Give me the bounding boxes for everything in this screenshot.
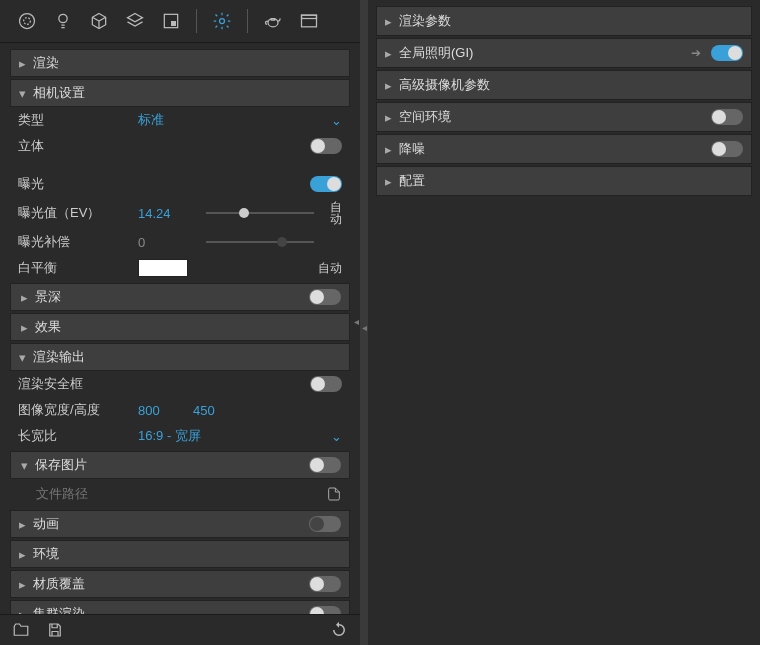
slider-exp-comp[interactable] <box>206 234 314 250</box>
section-label: 动画 <box>33 515 309 533</box>
row-aspect: 长宽比 16:9 - 宽屏 ⌄ <box>10 423 350 449</box>
label-wb-auto[interactable]: 自动 <box>318 262 342 274</box>
tab-teapot-icon[interactable] <box>256 6 290 36</box>
file-browse-icon[interactable] <box>326 486 342 502</box>
open-folder-icon[interactable] <box>12 621 30 639</box>
arrow-right-icon: ➔ <box>691 46 701 60</box>
left-panel-body: ▸渲染 ▾相机设置 类型 标准 ⌄ 立体 曝光 曝光值（EV） 14.24 自动… <box>0 43 360 614</box>
caret-right-icon: ▸ <box>385 78 395 93</box>
section-render[interactable]: ▸渲染 <box>10 49 350 77</box>
toggle-safe-frame[interactable] <box>310 376 342 392</box>
section-denoise[interactable]: ▸ 降噪 <box>376 134 752 164</box>
section-label: 高级摄像机参数 <box>399 76 743 94</box>
right-panel-body: ▸ 渲染参数 ▸ 全局照明(GI) ➔ ▸ 高级摄像机参数 ▸ 空间环境 ▸ 降… <box>368 0 760 200</box>
value-height[interactable]: 450 <box>193 403 253 418</box>
section-camera-settings[interactable]: ▾相机设置 <box>10 79 350 107</box>
toggle-gi[interactable] <box>711 45 743 61</box>
label-exposure: 曝光 <box>18 175 138 193</box>
toggle-dof[interactable] <box>309 289 341 305</box>
label-stereo: 立体 <box>18 137 138 155</box>
value-width[interactable]: 800 <box>138 403 193 418</box>
toggle-material-override[interactable] <box>309 576 341 592</box>
toggle-exposure[interactable] <box>310 176 342 192</box>
section-label: 效果 <box>35 318 61 336</box>
chevron-down-icon[interactable]: ⌄ <box>326 429 342 444</box>
tab-framebuffer-icon[interactable] <box>292 6 326 36</box>
row-dimensions: 图像宽度/高度 800 450 <box>10 397 350 423</box>
row-exposure-comp: 曝光补偿 0 <box>10 229 350 255</box>
row-stereo: 立体 <box>10 133 350 159</box>
label-ev-auto[interactable]: 自动 <box>322 201 342 225</box>
save-icon[interactable] <box>46 621 64 639</box>
section-label: 环境 <box>33 545 59 563</box>
chevron-down-icon[interactable]: ⌄ <box>326 113 342 128</box>
panel-gutter: ◂ <box>360 0 368 645</box>
file-path-input[interactable] <box>30 482 326 505</box>
svg-point-1 <box>24 18 31 25</box>
section-render-output[interactable]: ▾渲染输出 <box>10 343 350 371</box>
toggle-spatial-env[interactable] <box>711 109 743 125</box>
reset-icon[interactable] <box>330 621 348 639</box>
caret-down-icon: ▾ <box>19 350 29 365</box>
section-dof[interactable]: ▸ 景深 <box>10 283 350 311</box>
tab-vray-icon[interactable] <box>10 6 44 36</box>
collapse-left-icon[interactable]: ◂ <box>360 320 368 336</box>
label-wb: 白平衡 <box>18 259 138 277</box>
left-bottom-bar <box>0 614 360 645</box>
section-distributed-rendering[interactable]: ▸ 集群渲染 <box>10 600 350 614</box>
section-material-override[interactable]: ▸ 材质覆盖 <box>10 570 350 598</box>
label-aspect: 长宽比 <box>18 427 138 445</box>
section-animation[interactable]: ▸ 动画 <box>10 510 350 538</box>
section-effects[interactable]: ▸效果 <box>10 313 350 341</box>
section-config[interactable]: ▸ 配置 <box>376 166 752 196</box>
caret-right-icon: ▸ <box>385 14 395 29</box>
label-ev: 曝光值（EV） <box>18 204 138 222</box>
toggle-distributed-rendering[interactable] <box>309 606 341 614</box>
section-gi[interactable]: ▸ 全局照明(GI) ➔ <box>376 38 752 68</box>
toolbar-separator <box>196 9 197 33</box>
label-safe-frame: 渲染安全框 <box>18 375 138 393</box>
section-environment[interactable]: ▸环境 <box>10 540 350 568</box>
value-ev[interactable]: 14.24 <box>138 206 198 221</box>
value-exp-comp[interactable]: 0 <box>138 235 198 250</box>
row-file-path <box>10 479 350 508</box>
row-safe-frame: 渲染安全框 <box>10 371 350 397</box>
toggle-save-image[interactable] <box>309 457 341 473</box>
svg-rect-4 <box>171 21 176 26</box>
svg-point-5 <box>220 19 225 24</box>
color-swatch-wb[interactable] <box>138 259 188 277</box>
tab-square-icon[interactable] <box>154 6 188 36</box>
toggle-animation[interactable] <box>309 516 341 532</box>
caret-right-icon: ▸ <box>19 607 29 615</box>
row-exposure: 曝光 <box>10 171 350 197</box>
row-camera-type: 类型 标准 ⌄ <box>10 107 350 133</box>
section-label: 降噪 <box>399 140 711 158</box>
section-label: 渲染输出 <box>33 348 85 366</box>
section-label: 保存图片 <box>35 456 309 474</box>
dropdown-aspect[interactable]: 16:9 - 宽屏 <box>138 427 326 445</box>
caret-right-icon: ▸ <box>385 46 395 61</box>
tab-cube-icon[interactable] <box>82 6 116 36</box>
toggle-stereo[interactable] <box>310 138 342 154</box>
caret-down-icon: ▾ <box>21 458 31 473</box>
collapse-right-icon[interactable]: ◂ <box>354 316 359 327</box>
section-label: 相机设置 <box>33 84 85 102</box>
slider-ev[interactable] <box>206 205 314 221</box>
caret-right-icon: ▸ <box>21 290 31 305</box>
section-label: 渲染 <box>33 54 59 72</box>
section-label: 全局照明(GI) <box>399 44 691 62</box>
section-save-image[interactable]: ▾ 保存图片 <box>10 451 350 479</box>
section-render-params[interactable]: ▸ 渲染参数 <box>376 6 752 36</box>
tab-settings-icon[interactable] <box>205 6 239 36</box>
section-label: 材质覆盖 <box>33 575 309 593</box>
dropdown-camera-type[interactable]: 标准 <box>138 111 326 129</box>
section-label: 配置 <box>399 172 743 190</box>
tab-lightbulb-icon[interactable] <box>46 6 80 36</box>
section-spatial-env[interactable]: ▸ 空间环境 <box>376 102 752 132</box>
section-label: 渲染参数 <box>399 12 743 30</box>
toolbar-separator <box>247 9 248 33</box>
toggle-denoise[interactable] <box>711 141 743 157</box>
left-toolbar <box>0 0 360 43</box>
section-adv-camera[interactable]: ▸ 高级摄像机参数 <box>376 70 752 100</box>
tab-layers-icon[interactable] <box>118 6 152 36</box>
